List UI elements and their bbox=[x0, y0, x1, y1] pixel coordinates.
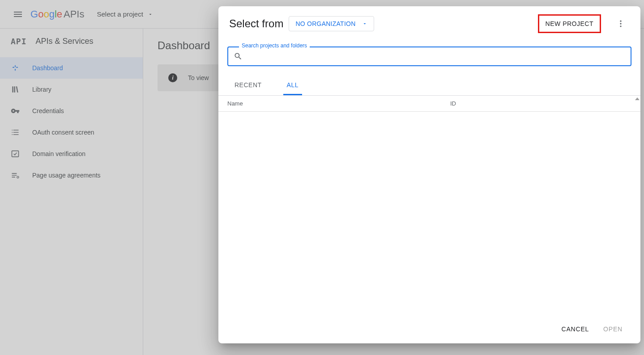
search-box[interactable] bbox=[227, 46, 631, 66]
new-project-button[interactable]: NEW PROJECT bbox=[538, 14, 601, 33]
dialog-title: Select from bbox=[229, 17, 283, 30]
tab-all[interactable]: ALL bbox=[283, 76, 302, 95]
column-name[interactable]: Name bbox=[227, 100, 450, 107]
more-options-button[interactable] bbox=[612, 15, 630, 33]
dialog-header: Select from NO ORGANIZATION NEW PROJECT bbox=[218, 6, 640, 37]
search-field-wrapper: Search projects and folders bbox=[227, 46, 631, 66]
svg-point-4 bbox=[620, 25, 621, 27]
dropdown-icon bbox=[362, 21, 367, 26]
column-id[interactable]: ID bbox=[450, 100, 631, 107]
table-header: Name ID bbox=[218, 96, 640, 112]
tabs: RECENT ALL bbox=[218, 76, 640, 96]
project-picker-dialog: Select from NO ORGANIZATION NEW PROJECT … bbox=[218, 6, 640, 343]
svg-point-3 bbox=[620, 23, 621, 24]
open-button: OPEN bbox=[603, 325, 623, 333]
search-label: Search projects and folders bbox=[239, 42, 310, 49]
svg-point-2 bbox=[620, 21, 621, 22]
search-input[interactable] bbox=[246, 53, 625, 60]
tab-recent[interactable]: RECENT bbox=[231, 76, 265, 95]
scroll-up-icon[interactable] bbox=[635, 97, 640, 100]
cancel-button[interactable]: CANCEL bbox=[562, 325, 589, 333]
search-icon bbox=[234, 52, 243, 61]
kebab-icon bbox=[616, 19, 625, 28]
organization-label: NO ORGANIZATION bbox=[295, 20, 355, 27]
organization-selector[interactable]: NO ORGANIZATION bbox=[289, 16, 374, 31]
dialog-actions: CANCEL OPEN bbox=[218, 317, 640, 343]
project-table[interactable]: Name ID bbox=[218, 96, 640, 317]
